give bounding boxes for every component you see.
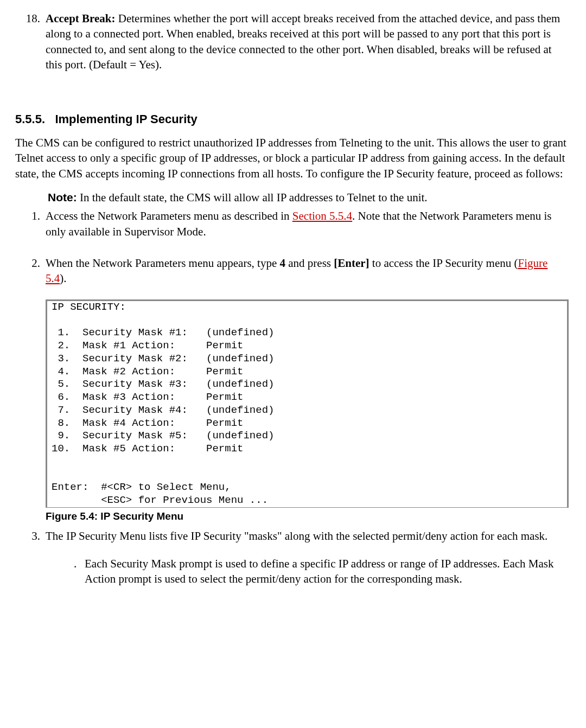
sub-dot: .: [74, 556, 85, 587]
sub-item: . Each Security Mask prompt is used to d…: [74, 556, 571, 587]
item-number: 18.: [15, 11, 46, 72]
steps-list: 1. Access the Network Parameters menu as…: [15, 208, 571, 239]
steps-list-2: 2. When the Network Parameters menu appe…: [15, 256, 571, 286]
step-content: When the Network Parameters menu appears…: [46, 256, 571, 286]
step-content: Access the Network Parameters menu as de…: [46, 208, 571, 239]
sub-text: Each Security Mask prompt is used to def…: [85, 556, 571, 587]
step-number: 3.: [15, 528, 46, 586]
ip-security-menu-box: IP SECURITY: 1. Security Mask #1: (undef…: [46, 299, 569, 508]
outer-list: 18. Accept Break: Determines whether the…: [15, 11, 571, 72]
step2-bold1: 4: [280, 257, 286, 270]
section-heading: 5.5.5. Implementing IP Security: [15, 111, 571, 127]
step2-bold2: [Enter]: [334, 257, 369, 270]
figure-caption: Figure 5.4: IP Security Menu: [46, 509, 571, 523]
list-item-18: 18. Accept Break: Determines whether the…: [15, 11, 571, 72]
note-label: Note:: [48, 191, 77, 203]
step-3: 3. The IP Security Menu lists five IP Se…: [15, 528, 571, 586]
step2-part3: to access the IP Security menu (: [370, 257, 518, 270]
step2-part4: ).: [60, 272, 66, 285]
steps-list-3: 3. The IP Security Menu lists five IP Se…: [15, 528, 571, 586]
step-content: The IP Security Menu lists five IP Secur…: [46, 528, 571, 586]
section-title: Implementing IP Security: [55, 112, 197, 126]
step3-text: The IP Security Menu lists five IP Secur…: [46, 529, 547, 542]
section-number: 5.5.5.: [15, 112, 45, 126]
step-1: 1. Access the Network Parameters menu as…: [15, 208, 571, 239]
step-number: 1.: [15, 208, 46, 239]
note-text: In the default state, the CMS will allow…: [77, 191, 428, 204]
step-2: 2. When the Network Parameters menu appe…: [15, 256, 571, 286]
step2-part2: and press: [285, 257, 334, 270]
intro-paragraph: The CMS can be configured to restrict un…: [15, 135, 571, 181]
item-body: Determines whether the port will accept …: [46, 12, 560, 71]
item-title: Accept Break:: [46, 12, 118, 25]
step2-part1: When the Network Parameters menu appears…: [46, 257, 280, 270]
item-content: Accept Break: Determines whether the por…: [46, 11, 571, 72]
sub-list: . Each Security Mask prompt is used to d…: [74, 556, 571, 587]
note-block: Note: In the default state, the CMS will…: [48, 190, 571, 205]
section-554-link[interactable]: Section 5.5.4: [292, 209, 352, 222]
step-number: 2.: [15, 256, 46, 286]
step1-part1: Access the Network Parameters menu as de…: [46, 209, 292, 222]
